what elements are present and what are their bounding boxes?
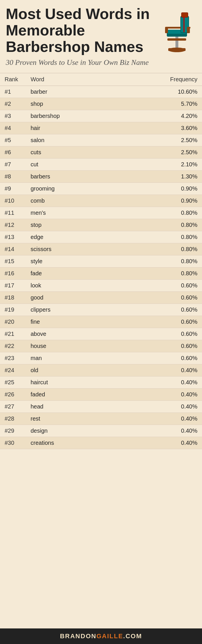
cell-rank: #12	[0, 219, 26, 231]
cell-rank: #23	[0, 352, 26, 364]
cell-word: cuts	[26, 146, 116, 159]
table-row: #11men's0.80%	[0, 207, 202, 219]
cell-rank: #22	[0, 340, 26, 352]
table-row: #20fine0.60%	[0, 316, 202, 328]
footer-brand-part2: GAILLE	[96, 632, 123, 640]
cell-frequency: 0.40%	[116, 376, 202, 389]
cell-rank: #17	[0, 280, 26, 292]
table-container: Rank Word Frequency #1barber10.60%#2shop…	[0, 73, 202, 455]
cell-rank: #19	[0, 304, 26, 316]
table-row: #25haircut0.40%	[0, 376, 202, 389]
table-row: #2shop5.70%	[0, 98, 202, 110]
svg-rect-14	[183, 16, 185, 32]
cell-frequency: 0.40%	[116, 425, 202, 437]
cell-frequency: 0.60%	[116, 352, 202, 364]
cell-rank: #16	[0, 268, 26, 280]
barber-chair-icon	[159, 7, 196, 53]
cell-rank: #24	[0, 364, 26, 376]
cell-word: rest	[26, 413, 116, 425]
table-row: #5salon2.50%	[0, 134, 202, 146]
cell-word: men's	[26, 207, 116, 219]
table-row: #24old0.40%	[0, 364, 202, 376]
table-row: #17look0.60%	[0, 280, 202, 292]
footer: BRANDONGAILLE.COM	[0, 628, 202, 644]
table-row: #3barbershop4.20%	[0, 110, 202, 122]
cell-word: hair	[26, 122, 116, 134]
cell-frequency: 0.40%	[116, 437, 202, 449]
cell-frequency: 0.60%	[116, 328, 202, 340]
cell-frequency: 2.50%	[116, 146, 202, 159]
cell-rank: #26	[0, 389, 26, 401]
cell-word: edge	[26, 231, 116, 243]
cell-rank: #25	[0, 376, 26, 389]
svg-rect-2	[168, 48, 186, 51]
cell-word: fade	[26, 268, 116, 280]
cell-rank: #28	[0, 413, 26, 425]
cell-word: good	[26, 292, 116, 304]
cell-frequency: 0.60%	[116, 280, 202, 292]
cell-word: salon	[26, 134, 116, 146]
cell-rank: #29	[0, 425, 26, 437]
svg-rect-13	[187, 27, 190, 29]
cell-frequency: 0.80%	[116, 243, 202, 255]
table-row: #22house0.60%	[0, 340, 202, 352]
cell-frequency: 0.90%	[116, 195, 202, 207]
cell-frequency: 2.10%	[116, 159, 202, 171]
cell-rank: #30	[0, 437, 26, 449]
svg-rect-12	[165, 27, 181, 29]
data-table: Rank Word Frequency #1barber10.60%#2shop…	[0, 73, 202, 449]
cell-frequency: 0.40%	[116, 389, 202, 401]
cell-frequency: 10.60%	[116, 86, 202, 98]
cell-frequency: 0.80%	[116, 219, 202, 231]
footer-brand-part1: BRANDON	[60, 632, 96, 640]
cell-rank: #6	[0, 146, 26, 159]
cell-rank: #7	[0, 159, 26, 171]
svg-rect-0	[175, 36, 178, 49]
table-row: #27head0.40%	[0, 401, 202, 413]
cell-word: scissors	[26, 243, 116, 255]
table-row: #19clippers0.60%	[0, 304, 202, 316]
cell-rank: #4	[0, 122, 26, 134]
cell-rank: #21	[0, 328, 26, 340]
cell-word: head	[26, 401, 116, 413]
table-header-row: Rank Word Frequency	[0, 73, 202, 86]
table-row: #21above0.60%	[0, 328, 202, 340]
cell-rank: #14	[0, 243, 26, 255]
table-row: #16fade0.80%	[0, 268, 202, 280]
table-row: #14scissors0.80%	[0, 243, 202, 255]
table-row: #1barber10.60%	[0, 86, 202, 98]
col-header-word: Word	[26, 73, 116, 86]
cell-word: grooming	[26, 183, 116, 195]
cell-frequency: 4.20%	[116, 110, 202, 122]
cell-word: above	[26, 328, 116, 340]
table-row: #30creations0.40%	[0, 437, 202, 449]
cell-frequency: 0.80%	[116, 231, 202, 243]
col-header-rank: Rank	[0, 73, 26, 86]
cell-word: clippers	[26, 304, 116, 316]
col-header-frequency: Frequency	[116, 73, 202, 86]
cell-word: comb	[26, 195, 116, 207]
cell-rank: #27	[0, 401, 26, 413]
cell-word: old	[26, 364, 116, 376]
cell-word: house	[26, 340, 116, 352]
cell-word: haircut	[26, 376, 116, 389]
cell-frequency: 0.60%	[116, 292, 202, 304]
cell-word: cut	[26, 159, 116, 171]
cell-frequency: 0.40%	[116, 413, 202, 425]
cell-word: man	[26, 352, 116, 364]
cell-word: design	[26, 425, 116, 437]
cell-word: shop	[26, 98, 116, 110]
cell-word: stop	[26, 219, 116, 231]
cell-frequency: 0.40%	[116, 401, 202, 413]
cell-rank: #1	[0, 86, 26, 98]
table-row: #8barbers1.30%	[0, 171, 202, 183]
cell-word: fine	[26, 316, 116, 328]
subtitle: 30 Proven Words to Use in Your Own Biz N…	[6, 58, 156, 67]
cell-word: barber	[26, 86, 116, 98]
table-row: #15style0.80%	[0, 255, 202, 268]
cell-frequency: 0.80%	[116, 268, 202, 280]
cell-word: faded	[26, 389, 116, 401]
table-row: #26faded0.40%	[0, 389, 202, 401]
cell-rank: #13	[0, 231, 26, 243]
cell-word: look	[26, 280, 116, 292]
